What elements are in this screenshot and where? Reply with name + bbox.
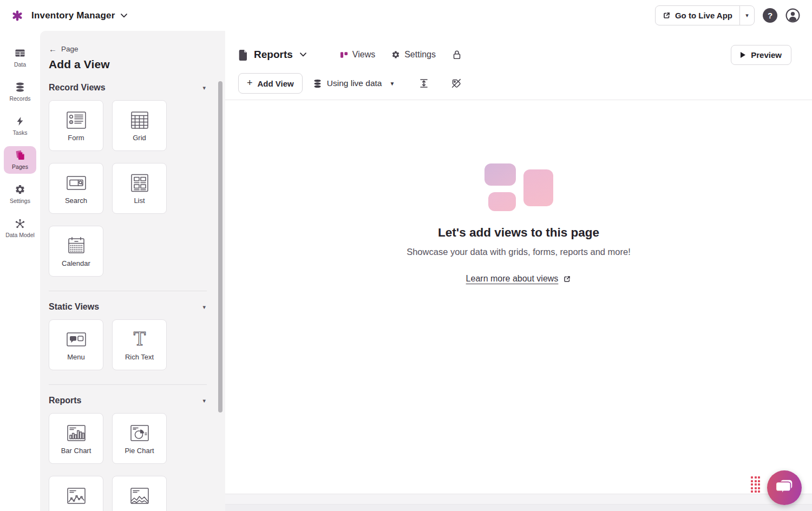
main-area: Reports Views Settings Preview + Add Vie… [225,31,812,511]
menu-view-icon [63,329,89,350]
lock-icon [452,49,462,60]
records-database-icon [15,81,25,93]
go-to-live-app-label: Go to Live App [675,11,732,20]
empty-state-title: Let's add views to this page [225,226,812,240]
play-icon [741,52,745,58]
panel-title: Add a View [49,58,225,71]
data-source-dropdown[interactable]: Using live data ▼ [313,78,395,88]
external-link-icon [563,275,571,283]
page-toolbar: + Add View Using live data ▼ [238,73,799,94]
view-tile-rich-text[interactable]: T Rich Text [112,319,167,370]
view-tile-calendar[interactable]: Calendar [49,226,103,277]
page-document-icon [238,49,248,61]
back-arrow-icon: ← [49,45,57,53]
area-chart-view-icon [127,485,153,507]
tab-views[interactable]: Views [340,50,375,60]
toolbar-divider [225,100,812,100]
nav-rail: Data Records Tasks Pages Settings Data M… [0,31,40,511]
page-title: Reports [254,49,293,61]
back-link-label: Page [61,45,78,53]
list-view-icon [127,172,153,194]
settings-gear-icon [15,184,25,195]
learn-more-link[interactable]: Learn more about views [466,274,559,284]
sidebar-item-pages[interactable]: Pages [4,146,36,174]
page-section-strip [225,494,812,504]
sidebar-item-records[interactable]: Records [4,78,36,106]
hide-labels-button[interactable] [451,78,462,89]
tasks-lightning-icon [15,115,25,127]
pie-chart-view-icon [127,422,153,444]
pink-shape-right [523,169,553,206]
data-model-icon [15,218,25,229]
app-switcher[interactable]: Inventory Manager [31,10,127,21]
caret-down-icon: ▼ [389,81,395,87]
external-link-icon [663,11,671,19]
svg-text:T: T [133,329,145,350]
data-source-label: Using live data [327,78,382,88]
section-record-views: Record Views ▾ Form Grid Search List Cal… [49,83,207,277]
view-tile-menu[interactable]: Menu [49,319,103,370]
views-blocks-icon [340,51,348,59]
empty-state-illustration [484,163,553,211]
add-view-button[interactable]: + Add View [238,73,303,94]
rich-text-view-icon: T [127,329,153,350]
section-title: Static Views [49,302,99,312]
settings-gear-icon [391,50,400,59]
page-chevron-down-icon[interactable] [300,53,306,57]
question-mark-icon: ? [763,8,777,23]
panel-scrollbar[interactable] [218,81,222,412]
account-button[interactable] [785,8,800,23]
back-to-page-link[interactable]: ← Page [49,45,78,53]
form-view-icon [63,109,89,131]
view-tile-line-chart[interactable] [49,476,103,511]
top-bar: Inventory Manager Go to Live App ▾ ? [0,0,812,31]
app-name: Inventory Manager [31,10,115,21]
chat-launcher-button[interactable] [767,470,802,505]
section-static-views: Static Views ▾ Menu T Rich Text [49,291,207,370]
section-title: Reports [49,396,81,405]
preview-button[interactable]: Preview [731,45,791,65]
view-tile-bar-chart[interactable]: Bar Chart [49,413,103,464]
go-to-live-app-caret-button[interactable]: ▾ [739,6,754,25]
knack-logo-icon [11,10,23,22]
sidebar-item-settings[interactable]: Settings [4,180,36,208]
empty-state: Let's add views to this page Showcase yo… [225,105,812,284]
view-tile-list[interactable]: List [112,163,167,214]
page-canvas: Let's add views to this page Showcase yo… [225,105,812,494]
collapse-section-icon[interactable]: ▾ [201,304,207,311]
empty-state-subtitle: Showcase your data with grids, forms, re… [225,247,812,257]
pages-icon [15,149,26,161]
tag-slash-icon [451,78,462,89]
section-title: Record Views [49,83,106,93]
row-height-button[interactable] [418,78,429,89]
data-table-icon [15,47,25,58]
view-tile-search[interactable]: Search [49,163,103,214]
collapse-section-icon[interactable]: ▾ [201,397,207,404]
view-tile-grid[interactable]: Grid [112,100,167,151]
view-tile-form[interactable]: Form [49,100,103,151]
chat-bubbles-icon [774,477,795,499]
pink-shape-top-left [484,163,516,186]
sidebar-item-data-model[interactable]: Data Model [4,214,36,242]
view-tile-area-chart[interactable] [112,476,167,511]
bar-chart-view-icon [63,422,89,444]
add-view-label: Add View [258,79,294,88]
page-lock-button[interactable] [452,49,462,60]
page-header: Reports Views Settings Preview [238,43,791,67]
go-to-live-app-button[interactable]: Go to Live App [656,6,739,25]
collapse-section-icon[interactable]: ▾ [201,84,207,91]
section-reports: Reports ▾ Bar Chart Pie Chart [49,384,207,511]
add-view-panel: ← Page Add a View Record Views ▾ Form Gr… [40,31,225,511]
grid-view-icon [127,109,153,131]
calendar-view-icon [63,235,89,257]
drag-handle-dots[interactable] [751,476,760,493]
sidebar-item-data[interactable]: Data [4,44,36,71]
tab-settings[interactable]: Settings [391,50,436,60]
user-avatar-icon [785,8,800,23]
view-tile-pie-chart[interactable]: Pie Chart [112,413,167,464]
vertical-height-icon [418,78,429,89]
help-button[interactable]: ? [763,8,777,23]
preview-label: Preview [751,50,782,60]
sidebar-item-tasks[interactable]: Tasks [4,112,36,140]
database-icon [313,79,322,88]
